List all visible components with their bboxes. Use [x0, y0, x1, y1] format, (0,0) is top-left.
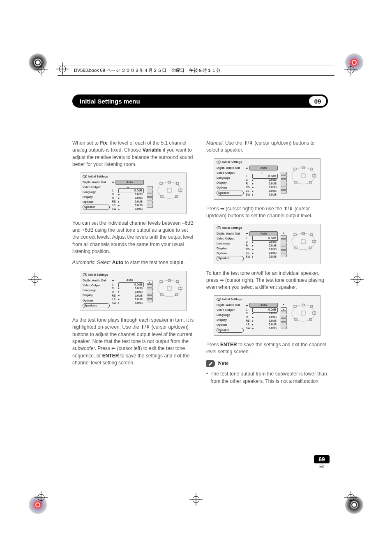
text: (cursor right). The test tone continues … [206, 277, 324, 290]
text-italic: Manual [206, 140, 222, 146]
paragraph: Manual: Use the ⬆/⬇ (cursor up/down) but… [206, 140, 328, 154]
paragraph: Automatic: Select Auto to start the test… [72, 259, 194, 266]
testtone-indicator [147, 288, 153, 291]
osd-screenshot-3: Initial Settings Digital Audio Out Video… [214, 158, 321, 200]
paragraph: To turn the test tone on/off for an indi… [206, 270, 328, 291]
osd-menu-item: Video Output [83, 185, 110, 190]
svg-rect-27 [168, 181, 171, 183]
svg-rect-33 [167, 286, 171, 290]
oval-icon [83, 175, 87, 178]
chevron-right-icon: ▸ [252, 255, 254, 259]
arrow-updown-icon: ⬆/⬇ [244, 140, 253, 146]
svg-rect-55 [313, 240, 316, 243]
text-bold: ENTER [102, 353, 119, 359]
chevron-right-icon: ▸ [252, 319, 254, 323]
svg-rect-36 [176, 281, 179, 283]
osd-title-text: Initial Settings [88, 273, 108, 277]
svg-rect-42 [294, 168, 296, 170]
svg-rect-63 [313, 312, 316, 314]
arrow-icon: ◂▸ [246, 232, 248, 235]
osd-menu-item: Display [217, 318, 244, 322]
osd-auto-label: Auto [249, 231, 278, 236]
text: When set to [72, 140, 100, 146]
osd-levels: ◂▸Auto ▴ L0.0dB C▸0.0dB R▸0.0dB RS▸0.0dB… [112, 180, 144, 211]
osd-room-diagram [289, 231, 318, 252]
testtone-indicator [281, 235, 287, 239]
paragraph: As the test tone plays through each spea… [72, 317, 194, 367]
svg-rect-35 [168, 279, 171, 281]
osd-value: 0.0dB [254, 255, 278, 259]
osd-menu-item: Language [217, 175, 244, 180]
osd-channel: SW [246, 193, 251, 197]
note-heading: Note [206, 359, 328, 367]
osd-channel: SW [246, 255, 251, 259]
osd-levels: ◂▸Auto L0.0dB C▸0.0dB R▸0.0dB RS▸0.0dB L… [112, 278, 144, 305]
osd-menu-item: Digital Audio Out [217, 166, 244, 170]
svg-rect-49 [301, 240, 305, 244]
osd-menu-item-selected: Speakers [83, 303, 110, 308]
osd-screenshot-1: Initial Settings Digital Audio Out Video… [80, 173, 187, 214]
arrow-icon: ◂▸ [246, 166, 248, 170]
testtone-indicator [147, 205, 153, 208]
osd-menu-item: Language [217, 313, 244, 318]
arrow-updown-icon: ⬆/⬇ [284, 206, 293, 212]
bullet-icon: • [206, 371, 208, 385]
registration-mark [33, 489, 49, 506]
note-text: The test tone output from the subwoofer … [210, 371, 328, 385]
chevron-right-icon: ▸ [252, 323, 254, 327]
testtone-indicator [281, 250, 287, 253]
svg-rect-57 [301, 311, 305, 315]
registration-mark [343, 62, 359, 78]
osd-auto-label: Auto [115, 180, 144, 185]
arrow-updown-icon: ⬆/⬇ [141, 324, 150, 330]
testtone-indicator [281, 243, 287, 246]
osd-title-text: Initial Settings [222, 226, 242, 230]
chevron-right-icon: ▸ [252, 327, 254, 330]
chevron-right-icon: ▸ [252, 182, 254, 186]
testtone-indicator [147, 299, 153, 302]
osd-menu-item: Digital Audio Out [83, 180, 110, 185]
osd-value: 0.0dB [254, 326, 278, 330]
osd-menu: Digital Audio Out Video Output Language … [217, 166, 244, 196]
oval-icon [217, 298, 221, 301]
testtone-indicator [281, 326, 287, 329]
svg-rect-47 [313, 175, 316, 177]
arrow-icon: ◂▸ [246, 304, 248, 307]
testtone-indicator [281, 179, 287, 182]
testtone-indicator [281, 175, 287, 179]
svg-rect-31 [179, 189, 182, 191]
paragraph: Press ENTER to save the settings and exi… [206, 341, 328, 356]
oval-icon [217, 226, 221, 229]
osd-title: Initial Settings [217, 297, 318, 302]
osd-menu-item-selected: Speaker [217, 256, 244, 261]
osd-title-text: Initial Settings [88, 175, 108, 179]
chevron-right-icon: ▸ [252, 240, 254, 244]
testtone-indicator [281, 315, 287, 318]
arrow-icon: ◂▸ [112, 279, 114, 282]
svg-rect-26 [160, 182, 162, 184]
osd-title: Initial Settings [217, 160, 318, 164]
registration-mark [188, 491, 204, 508]
registration-mark [343, 489, 359, 506]
osd-title: Initial Settings [83, 175, 184, 179]
chevron-right-icon: ▸ [283, 303, 284, 306]
osd-title: Initial Settings [217, 226, 318, 230]
testtone-indicator [147, 295, 153, 299]
chevron-right-icon: ▸ [118, 207, 120, 211]
chevron-right-icon: ▸ [252, 312, 254, 315]
osd-title-text: Initial Settings [222, 160, 242, 164]
page-number: 69 [314, 455, 330, 463]
osd-menu: Digital Audio Out Video Output Language … [217, 303, 244, 333]
note-bullet: • The test tone output from the subwoofe… [206, 371, 328, 385]
arrow-left-icon: ⬅ [111, 345, 115, 351]
oval-icon [83, 273, 87, 276]
osd-value: 0.0dB [120, 207, 144, 211]
chevron-right-icon: ▸ [118, 193, 120, 196]
text-bold: ENTER [220, 342, 237, 348]
left-column: When set to Fix, the level of each of th… [72, 140, 194, 387]
testtone-indicator [147, 186, 153, 189]
pencil-icon [206, 360, 215, 367]
osd-auto-label: Auto [249, 303, 278, 308]
osd-channel: SW [112, 207, 118, 211]
svg-rect-39 [179, 287, 182, 290]
